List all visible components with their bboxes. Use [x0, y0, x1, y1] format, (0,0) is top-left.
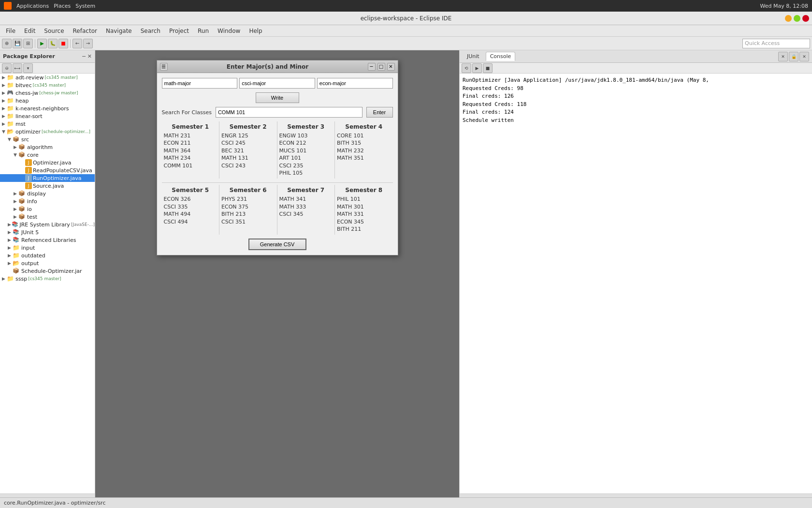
semester-1-header: Semester 1 — [164, 123, 218, 130]
menu-file[interactable]: File — [2, 27, 19, 35]
panel-toolbar: ⊖ ⟷ ▾ — [0, 63, 95, 74]
write-button[interactable]: Write — [256, 92, 299, 103]
generate-csv-button[interactable]: Generate CSV — [248, 239, 306, 250]
menu-help[interactable]: Help — [245, 27, 266, 35]
tree-item-outdated[interactable]: ▶ 📁 outdated — [0, 252, 95, 259]
toolbar-run-btn[interactable]: ▶ — [37, 39, 47, 48]
tree-item-sssp[interactable]: ▶ 📁 sssp [cs345 master] — [0, 275, 95, 283]
dialog-title-bar: ☰ Enter Major(s) and Minor ─ □ ✕ — [157, 60, 398, 73]
tree-item-k-nearest[interactable]: ▶ 📁 k-nearest-neighbors — [0, 105, 95, 112]
tab-junit[interactable]: JUnit — [463, 52, 484, 61]
dialog-min-btn[interactable]: ─ — [368, 63, 376, 71]
menu-search[interactable]: Search — [137, 27, 164, 35]
major2-input[interactable] — [239, 78, 315, 89]
tree-item-core[interactable]: ▼ 📦 core — [0, 151, 95, 159]
semester-8-header: Semester 8 — [337, 187, 391, 194]
panel-minimize-btn[interactable]: ─ — [82, 53, 86, 60]
menu-run[interactable]: Run — [194, 27, 213, 35]
semester-6-class-2: BITH 213 — [221, 210, 275, 218]
menu-places[interactable]: Places — [54, 3, 71, 9]
dialog-title-text: Enter Major(s) and Minor — [170, 63, 366, 70]
tree-item-io[interactable]: ▶ 📦 io — [0, 205, 95, 213]
quick-access-input[interactable]: Quick Access — [742, 39, 810, 48]
menu-navigate[interactable]: Navigate — [102, 27, 136, 35]
tree-item-junit5[interactable]: ▶ 📚 JUnit 5 — [0, 228, 95, 236]
tree-item-input[interactable]: ▶ 📁 input — [0, 244, 95, 252]
semester-7-header: Semester 7 — [279, 187, 333, 194]
tree-item-info[interactable]: ▶ 📦 info — [0, 197, 95, 205]
app-menu-icon[interactable] — [4, 2, 12, 10]
major1-input[interactable] — [162, 78, 238, 89]
semester-8-col: Semester 8 PHIL 101 MATH 301 MATH 331 EC… — [335, 185, 393, 235]
menu-refactor[interactable]: Refactor — [69, 27, 101, 35]
console-scroll-lock-btn[interactable]: 🔒 — [789, 52, 798, 61]
minimize-button[interactable] — [785, 15, 792, 22]
eclipse-title-text: eclipse-workspace - Eclipse IDE — [361, 15, 452, 22]
window-controls — [785, 15, 809, 22]
tree-item-chess-jw[interactable]: ▶ 🎮 chess-jw [chess-jw master] — [0, 89, 95, 97]
tree-item-optimizer-java[interactable]: J Optimizer.java — [0, 159, 95, 166]
toolbar-stop-btn[interactable]: ■ — [58, 39, 68, 48]
toolbar-debug-btn[interactable]: 🐛 — [48, 39, 58, 48]
toolbar-save-all-btn[interactable]: ⊞ — [23, 39, 33, 48]
toolbar: ⊕ 💾 ⊞ ▶ 🐛 ■ ← → Quick Access — [0, 37, 812, 50]
semester-1-class-4: COMM 101 — [164, 162, 218, 169]
menu-system[interactable]: System — [75, 3, 95, 9]
tree-item-runoptimizer-java[interactable]: J RunOptimizer.java — [0, 174, 95, 182]
tree-item-algorithm[interactable]: ▶ 📦 algorithm — [0, 143, 95, 151]
tree-item-mst[interactable]: ▶ 📁 mst — [0, 120, 95, 128]
menu-edit[interactable]: Edit — [20, 27, 39, 35]
tree-item-adt-review[interactable]: ▶ 📁 adt-review [cs345 master] — [0, 74, 95, 81]
tree-item-referenced-libs[interactable]: ▶ 📚 Referenced Libraries — [0, 236, 95, 244]
tree-item-display[interactable]: ▶ 📦 display — [0, 190, 95, 197]
tree-item-src[interactable]: ▼ 📦 src — [0, 135, 95, 143]
tree-item-jre[interactable]: ▶ 📚 JRE System Library [JavaSE-...] — [0, 221, 95, 228]
semester-6-col: Semester 6 PHYS 231 ECON 375 BITH 213 CS… — [219, 185, 277, 235]
toolbar-back-btn[interactable]: ← — [72, 39, 82, 48]
link-editor-btn[interactable]: ⟷ — [13, 63, 22, 73]
tree-item-optimizer[interactable]: ▼ 📂 optimizer [schedule-optimizer...] — [0, 128, 95, 135]
tree-item-test[interactable]: ▶ 📦 test — [0, 213, 95, 221]
panel-close-btn[interactable]: ✕ — [87, 53, 92, 60]
tree-item-bitvec[interactable]: ▶ 📁 bitvec [cs345 master] — [0, 81, 95, 89]
console-clear-btn[interactable]: ✕ — [778, 52, 788, 61]
console-btn-2[interactable]: ▶ — [472, 63, 482, 73]
toolbar-forward-btn[interactable]: → — [83, 39, 93, 48]
console-btn-3[interactable]: ■ — [483, 63, 493, 73]
tree-item-heap[interactable]: ▶ 📁 heap — [0, 97, 95, 105]
menu-source[interactable]: Source — [40, 27, 68, 35]
toolbar-save-btn[interactable]: 💾 — [13, 39, 22, 48]
semester-4-class-1: BITH 315 — [337, 139, 391, 147]
maximize-button[interactable] — [794, 15, 800, 22]
major3-input[interactable] — [317, 78, 393, 89]
tree-item-readpopulate-java[interactable]: J ReadPopulateCSV.java — [0, 166, 95, 174]
tree-item-jar[interactable]: 📦 Schedule-Optimizer.jar — [0, 267, 95, 275]
menu-applications[interactable]: Applications — [16, 3, 49, 9]
schedule-grid-row2: Semester 5 ECON 326 CSCI 335 MATH 494 CS… — [162, 185, 393, 235]
tree-item-output[interactable]: ▶ 📂 output — [0, 259, 95, 267]
tree-item-linear-sort[interactable]: ▶ 📁 linear-sort — [0, 112, 95, 120]
console-btn-1[interactable]: ⟲ — [462, 63, 471, 73]
eclipse-title-bar: eclipse-workspace - Eclipse IDE — [0, 12, 812, 25]
close-button[interactable] — [802, 15, 809, 22]
console-close-btn[interactable]: ✕ — [799, 52, 809, 61]
tree-item-source-java[interactable]: J Source.java — [0, 182, 95, 190]
search-input[interactable] — [216, 107, 362, 118]
enter-button[interactable]: Enter — [366, 107, 393, 118]
panel-menu-btn[interactable]: ▾ — [23, 63, 33, 73]
menu-project[interactable]: Project — [165, 27, 193, 35]
console-scrollbar[interactable] — [460, 493, 812, 497]
semester-4-class-0: CORE 101 — [337, 132, 391, 139]
dialog-close-btn[interactable]: ✕ — [387, 63, 395, 71]
console-output: RunOptimizer [Java Application] /usr/jav… — [460, 74, 812, 493]
tree-scrollbar[interactable] — [0, 493, 95, 497]
collapse-all-btn[interactable]: ⊖ — [2, 63, 12, 73]
dialog-menu-btn[interactable]: ☰ — [160, 63, 168, 71]
semester-8-class-1: MATH 301 — [337, 203, 391, 210]
dialog-max-btn[interactable]: □ — [377, 63, 385, 71]
toolbar-new-btn[interactable]: ⊕ — [2, 39, 12, 48]
menu-window[interactable]: Window — [214, 27, 244, 35]
tab-console[interactable]: Console — [486, 52, 516, 61]
write-btn-row: Write — [162, 92, 393, 103]
system-bar-right: Wed May 8, 12:08 — [760, 3, 808, 9]
